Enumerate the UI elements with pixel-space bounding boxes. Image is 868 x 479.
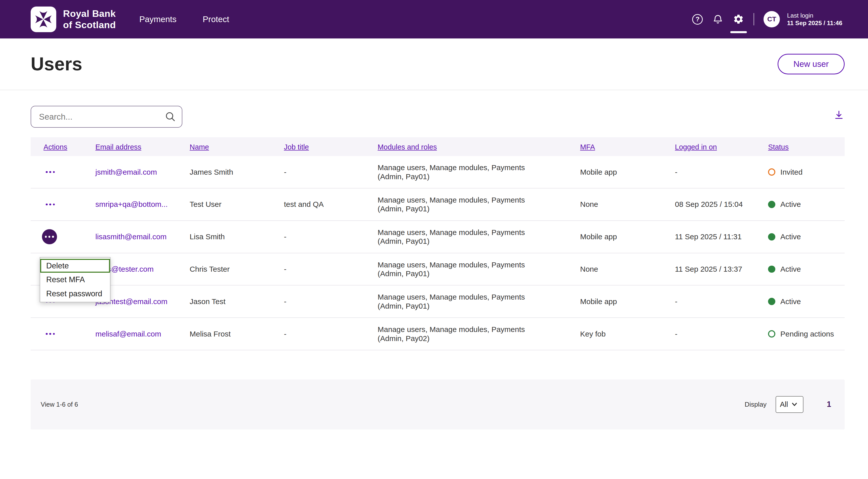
rbs-logo[interactable] xyxy=(31,6,56,32)
notifications-button[interactable] xyxy=(712,13,723,25)
status-active-icon xyxy=(768,298,775,305)
column-header-mfa[interactable]: MFA xyxy=(580,143,595,151)
user-modules: Manage users, Manage modules, Payments (… xyxy=(378,293,545,310)
user-modules: Manage users, Manage modules, Payments (… xyxy=(378,325,545,343)
status-label: Active xyxy=(780,265,801,273)
last-login-info: Last login 11 Sep 2025 / 11:46 xyxy=(787,12,842,27)
user-mfa: Mobile app xyxy=(580,297,675,306)
last-login-label: Last login xyxy=(787,12,842,19)
nav-item-payments[interactable]: Payments xyxy=(140,14,177,24)
user-job-title: - xyxy=(284,168,377,176)
user-job-title: - xyxy=(284,330,377,338)
user-job-title: - xyxy=(284,297,377,306)
primary-nav: Payments Protect xyxy=(140,14,229,24)
brand-name: Royal Bank of Scotland xyxy=(63,8,116,30)
column-header-actions[interactable]: Actions xyxy=(43,143,67,151)
row-actions-menu: Delete Reset MFA Reset password xyxy=(40,257,111,302)
status-label: Pending actions xyxy=(780,330,834,338)
download-button[interactable] xyxy=(833,109,844,120)
brand-line-1: Royal Bank xyxy=(63,8,116,19)
user-logged-in: 08 Sep 2025 / 15:04 xyxy=(675,200,768,209)
user-job-title: - xyxy=(284,265,377,273)
app-window: Royal Bank of Scotland Payments Protect … xyxy=(0,0,868,479)
settings-button[interactable] xyxy=(733,13,744,25)
table-header-row: Actions Email address Name Job title Mod… xyxy=(31,137,844,156)
user-modules: Manage users, Manage modules, Payments (… xyxy=(378,163,545,181)
table-row: chris@tester.com Chris Tester - Manage u… xyxy=(31,253,844,286)
user-logged-in: 11 Sep 2025 / 13:37 xyxy=(675,265,768,273)
menu-item-reset-mfa[interactable]: Reset MFA xyxy=(40,273,110,287)
status-invited-icon xyxy=(768,169,775,176)
user-name: Test User xyxy=(190,200,284,209)
user-logged-in: 11 Sep 2025 / 11:31 xyxy=(675,233,768,241)
search-box xyxy=(31,106,182,128)
user-mfa: None xyxy=(580,200,675,209)
table-toolbar xyxy=(0,90,868,137)
user-job-title: - xyxy=(284,233,377,241)
display-select[interactable]: All xyxy=(776,396,803,413)
table-row: melisaf@email.com Melisa Frost - Manage … xyxy=(31,318,844,350)
page-header: Users New user xyxy=(0,38,868,90)
column-header-email[interactable]: Email address xyxy=(95,143,142,151)
column-header-status[interactable]: Status xyxy=(768,143,788,151)
status-label: Invited xyxy=(780,168,802,176)
user-mfa: Mobile app xyxy=(580,233,675,241)
user-name: Jason Test xyxy=(190,297,284,306)
row-actions-button-open[interactable] xyxy=(42,229,57,244)
display-select-value: All xyxy=(780,400,788,409)
bell-icon xyxy=(712,13,723,25)
status-label: Active xyxy=(780,297,801,306)
status-active-icon xyxy=(768,201,775,208)
user-name: Melisa Frost xyxy=(190,330,284,338)
user-mfa: Key fob xyxy=(580,330,675,338)
page-number[interactable]: 1 xyxy=(827,400,831,409)
column-header-logged-in[interactable]: Logged in on xyxy=(675,143,717,151)
user-email-link[interactable]: lisasmith@email.com xyxy=(95,233,167,241)
table-row: jasontest@email.com Jason Test - Manage … xyxy=(31,286,844,318)
row-actions-button[interactable] xyxy=(43,330,57,338)
download-icon xyxy=(833,109,844,120)
view-range-text: View 1-6 of 6 xyxy=(41,401,78,408)
top-navigation-bar: Royal Bank of Scotland Payments Protect … xyxy=(0,0,868,38)
row-actions-button[interactable] xyxy=(43,200,57,209)
rbs-daisywheel-icon xyxy=(34,10,53,29)
pagination-controls: Display All 1 xyxy=(745,396,831,413)
row-actions-button[interactable] xyxy=(43,168,57,176)
chevron-down-icon xyxy=(792,401,798,407)
user-name: Chris Tester xyxy=(190,265,284,273)
user-job-title: test and QA xyxy=(284,200,377,209)
user-mfa: Mobile app xyxy=(580,168,675,176)
pagination-bar: View 1-6 of 6 Display All 1 xyxy=(31,380,844,430)
search-input[interactable] xyxy=(31,106,182,128)
status-label: Active xyxy=(780,233,801,241)
status-pending-icon xyxy=(768,330,775,337)
users-table: Actions Email address Name Job title Mod… xyxy=(31,137,844,350)
column-header-job-title[interactable]: Job title xyxy=(284,143,309,151)
column-header-modules[interactable]: Modules and roles xyxy=(378,143,437,151)
user-logged-in: - xyxy=(675,330,768,338)
user-modules: Manage users, Manage modules, Payments (… xyxy=(378,196,545,213)
topbar-divider xyxy=(753,13,754,25)
user-logged-in: - xyxy=(675,297,768,306)
display-label: Display xyxy=(745,400,767,409)
user-email-link[interactable]: jsmith@email.com xyxy=(95,168,157,176)
status-active-icon xyxy=(768,233,775,240)
user-email-link[interactable]: melisaf@email.com xyxy=(95,330,161,338)
column-header-name[interactable]: Name xyxy=(190,143,209,151)
menu-item-delete[interactable]: Delete xyxy=(40,259,110,273)
page-title: Users xyxy=(31,54,82,74)
menu-item-reset-password[interactable]: Reset password xyxy=(40,287,110,301)
status-active-icon xyxy=(768,266,775,273)
user-email-link[interactable]: smripa+qa@bottom... xyxy=(95,200,168,208)
brand-line-2: of Scotland xyxy=(63,19,116,30)
new-user-button[interactable]: New user xyxy=(778,54,845,74)
user-name: Lisa Smith xyxy=(190,233,284,241)
avatar[interactable]: CT xyxy=(764,11,780,27)
help-icon: ? xyxy=(692,14,703,25)
topbar-right-cluster: ? CT Last login 11 Sep 2025 / 11:46 xyxy=(692,11,842,27)
table-row: smripa+qa@bottom... Test User test and Q… xyxy=(31,188,844,221)
nav-item-protect[interactable]: Protect xyxy=(203,14,229,24)
help-button[interactable]: ? xyxy=(692,14,703,25)
last-login-value: 11 Sep 2025 / 11:46 xyxy=(787,19,842,27)
user-mfa: None xyxy=(580,265,675,273)
